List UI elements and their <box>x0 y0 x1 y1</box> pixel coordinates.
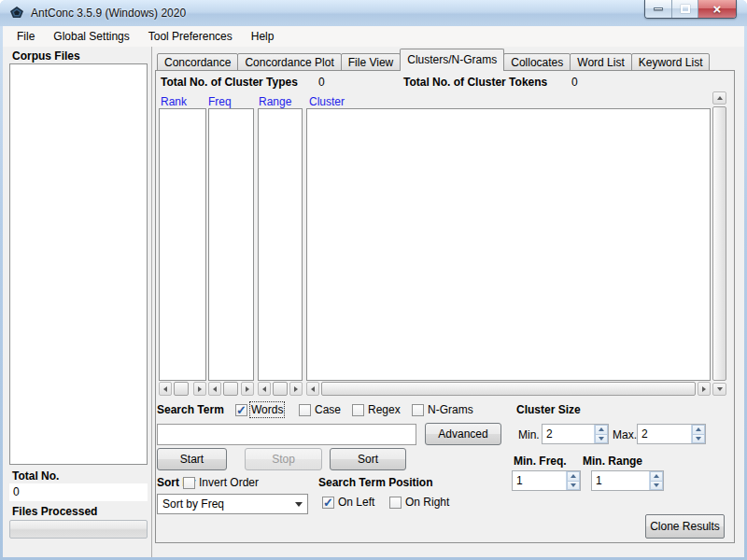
min-label: Min. <box>518 428 540 441</box>
spin-up-button[interactable] <box>567 471 580 482</box>
scroll-left-icon[interactable] <box>208 382 221 396</box>
case-checkbox-label[interactable]: Case <box>315 403 341 416</box>
menu-file[interactable]: File <box>7 27 44 46</box>
invert-order-checkbox[interactable] <box>183 477 195 489</box>
tab-concordance[interactable]: Concordance <box>157 53 238 71</box>
cluster-vscrollbar[interactable] <box>712 91 726 396</box>
tool-tabs: Concordance Concordance Plot File View C… <box>158 49 710 71</box>
search-term-position-label: Search Term Position <box>318 476 432 489</box>
column-header-rank[interactable]: Rank <box>161 95 187 108</box>
spin-down-button[interactable] <box>650 482 663 491</box>
spin-up-button[interactable] <box>692 425 705 435</box>
scroll-up-icon[interactable] <box>712 91 726 105</box>
scroll-right-icon[interactable] <box>241 382 254 396</box>
corpus-files-list[interactable] <box>9 63 148 465</box>
maximize-button[interactable] <box>672 0 698 18</box>
spin-up-button[interactable] <box>595 425 608 435</box>
advanced-button[interactable]: Advanced <box>425 423 501 445</box>
search-input[interactable] <box>157 424 416 445</box>
scrollbar-thumb[interactable] <box>174 382 189 396</box>
column-header-cluster[interactable]: Cluster <box>309 95 345 108</box>
title-bar: AntConc 3.5.9 (Windows) 2020 × <box>0 0 747 26</box>
scrollbar-thumb[interactable] <box>223 382 238 396</box>
scroll-right-icon[interactable] <box>193 382 206 396</box>
tab-clusters-ngrams[interactable]: Clusters/N-Grams <box>400 49 504 71</box>
spin-down-button[interactable] <box>595 435 608 444</box>
files-processed-progressbar <box>9 520 148 539</box>
tab-keyword-list[interactable]: Keyword List <box>631 53 711 71</box>
max-label: Max. <box>613 428 637 441</box>
scroll-right-icon[interactable] <box>698 382 711 396</box>
files-processed-label: Files Processed <box>12 505 97 518</box>
on-right-checkbox[interactable] <box>389 497 402 509</box>
window-controls: × <box>644 0 737 19</box>
close-button[interactable]: × <box>698 0 736 18</box>
invert-order-label[interactable]: Invert Order <box>199 476 259 489</box>
words-checkbox-label[interactable]: Words <box>251 403 283 416</box>
regex-checkbox-label[interactable]: Regex <box>368 403 401 416</box>
spin-down-button[interactable] <box>567 482 580 491</box>
cluster-size-max-spinner[interactable]: 2 <box>637 424 706 444</box>
column-header-range[interactable]: Range <box>259 95 291 108</box>
cluster-size-label: Cluster Size <box>516 403 581 416</box>
regex-checkbox[interactable] <box>352 404 364 416</box>
case-checkbox[interactable] <box>299 404 311 416</box>
min-range-label: Min. Range <box>583 455 642 468</box>
spin-up-button[interactable] <box>650 471 663 482</box>
range-hscrollbar[interactable] <box>258 382 303 396</box>
menu-global-settings[interactable]: Global Settings <box>44 27 138 46</box>
cluster-types-label: Total No. of Cluster Types <box>161 76 298 89</box>
range-list[interactable] <box>258 108 303 381</box>
ngrams-checkbox-label[interactable]: N-Grams <box>428 403 473 416</box>
tab-file-view[interactable]: File View <box>341 53 401 71</box>
scrollbar-thumb[interactable] <box>321 382 696 396</box>
on-right-label[interactable]: On Right <box>405 496 449 509</box>
stop-button[interactable]: Stop <box>245 448 322 470</box>
tab-concordance-plot[interactable]: Concordance Plot <box>237 53 341 71</box>
scrollbar-thumb[interactable] <box>712 106 726 381</box>
cluster-size-min-spinner[interactable]: 2 <box>542 424 609 444</box>
menu-tool-preferences[interactable]: Tool Preferences <box>139 27 242 46</box>
tab-collocates[interactable]: Collocates <box>503 53 571 71</box>
spin-down-button[interactable] <box>692 435 705 444</box>
search-term-label: Search Term <box>157 403 224 416</box>
on-left-checkbox[interactable] <box>322 497 334 509</box>
freq-hscrollbar[interactable] <box>208 382 254 396</box>
scroll-left-icon[interactable] <box>159 382 172 396</box>
tab-word-list[interactable]: Word List <box>570 53 631 71</box>
scroll-left-icon[interactable] <box>306 382 319 396</box>
chevron-down-icon <box>290 502 307 507</box>
min-freq-label: Min. Freq. <box>514 455 567 468</box>
rank-hscrollbar[interactable] <box>159 382 206 396</box>
freq-list[interactable] <box>208 108 254 381</box>
window-title: AntConc 3.5.9 (Windows) 2020 <box>31 7 186 20</box>
menu-help[interactable]: Help <box>242 27 284 46</box>
scroll-left-icon[interactable] <box>258 382 271 396</box>
clone-results-button[interactable]: Clone Results <box>645 514 725 539</box>
cluster-hscrollbar[interactable] <box>306 382 711 396</box>
sort-by-dropdown[interactable]: Sort by Freq <box>157 494 308 514</box>
scroll-down-icon[interactable] <box>712 383 726 396</box>
scrollbar-thumb[interactable] <box>273 382 288 396</box>
maximize-icon <box>681 5 690 13</box>
min-range-spinner[interactable]: 1 <box>591 470 664 491</box>
close-icon: × <box>713 2 722 16</box>
cluster-tokens-value: 0 <box>571 76 578 89</box>
on-left-label[interactable]: On Left <box>338 496 374 509</box>
sort-button[interactable]: Sort <box>330 448 406 470</box>
rank-list[interactable] <box>159 108 206 381</box>
min-freq-spinner[interactable]: 1 <box>512 470 581 491</box>
cluster-tokens-label: Total No. of Cluster Tokens <box>403 76 547 89</box>
cluster-list[interactable] <box>306 108 711 381</box>
total-no-label: Total No. <box>12 469 59 483</box>
total-no-value: 0 <box>9 483 148 501</box>
words-checkbox[interactable] <box>235 404 247 416</box>
sidebar-divider <box>151 47 152 557</box>
ngrams-checkbox[interactable] <box>412 404 424 416</box>
column-header-freq[interactable]: Freq <box>208 95 232 108</box>
cluster-types-value: 0 <box>318 76 325 89</box>
scroll-right-icon[interactable] <box>289 382 303 396</box>
minimize-icon <box>654 7 663 10</box>
start-button[interactable]: Start <box>157 448 227 470</box>
minimize-button[interactable] <box>645 0 672 18</box>
